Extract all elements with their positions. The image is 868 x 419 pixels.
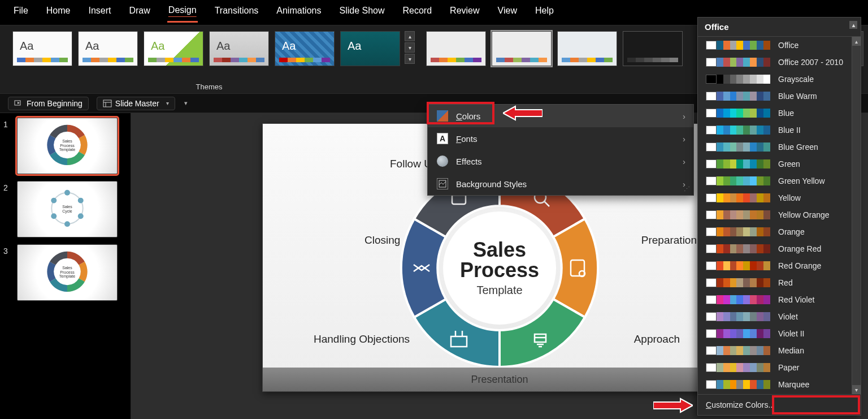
color-palette-swatch <box>706 193 770 202</box>
scroll-up-button[interactable]: ▴ <box>849 21 857 29</box>
fonts-icon: A <box>437 133 448 144</box>
label-preparation: Preparation <box>641 234 697 247</box>
color-scheme-name: Violet II <box>778 329 804 338</box>
color-scheme-row[interactable]: Blue II <box>698 122 861 139</box>
resize-grip-icon: ⋰ <box>684 185 689 193</box>
from-beginning-label: From Beginning <box>27 99 83 108</box>
overflow-icon[interactable]: ▾ <box>184 100 188 107</box>
color-scheme-name: Red <box>778 278 793 287</box>
color-scheme-row[interactable]: Blue <box>698 105 861 122</box>
menu-effects[interactable]: Effects › <box>428 150 693 172</box>
slide-thumbnail-3[interactable]: Sales Process Template <box>17 244 118 301</box>
label-handling: Handling Objections <box>314 333 410 345</box>
label-approach: Approach <box>634 333 680 345</box>
customize-colors-button[interactable]: Customize Colors... <box>698 394 861 415</box>
variant-card[interactable] <box>623 31 683 66</box>
color-scheme-name: Violet <box>778 312 798 321</box>
color-scheme-row[interactable]: Green Yellow <box>698 172 861 189</box>
color-scheme-row[interactable]: Red <box>698 274 861 291</box>
color-scheme-row[interactable]: Median <box>698 342 861 359</box>
slide-master-button[interactable]: Slide Master ▾ <box>97 97 175 110</box>
color-palette-swatch <box>706 380 770 389</box>
theme-card[interactable]: Aa <box>78 31 138 66</box>
thumb-title: Sales Process Template <box>59 139 75 152</box>
theme-card[interactable]: Aa <box>144 31 203 66</box>
tab-review[interactable]: Review <box>449 3 480 21</box>
color-scheme-name: Orange <box>778 227 805 236</box>
color-scheme-row[interactable]: Yellow <box>698 189 861 206</box>
tab-record[interactable]: Record <box>402 3 433 21</box>
center-title-2: Process <box>460 260 539 280</box>
menu-fonts[interactable]: A Fonts › <box>428 127 693 150</box>
color-scheme-row[interactable]: Grayscale <box>698 71 861 88</box>
panel-scrollbar[interactable]: ▴ ▾ <box>852 37 861 394</box>
variant-card[interactable] <box>557 31 617 66</box>
tab-draw[interactable]: Draw <box>128 3 151 21</box>
tab-help[interactable]: Help <box>534 3 555 21</box>
color-palette-swatch <box>706 210 770 219</box>
tab-slideshow[interactable]: Slide Show <box>338 3 385 21</box>
color-scheme-row[interactable]: Orange <box>698 223 861 240</box>
tab-design[interactable]: Design <box>167 3 198 23</box>
thumb-number: 1 <box>3 118 12 129</box>
color-palette-swatch <box>706 295 770 304</box>
variant-card[interactable] <box>426 31 486 66</box>
menu-background-styles[interactable]: Background Styles › <box>428 172 693 195</box>
color-scheme-row[interactable]: Red Orange <box>698 257 861 274</box>
slide-thumbnail-2[interactable]: Sales Cycle <box>17 181 118 237</box>
diagram-center: Sales Process Template <box>443 211 556 325</box>
color-scheme-row[interactable]: Office <box>698 37 861 54</box>
tab-view[interactable]: View <box>497 3 518 21</box>
theme-card[interactable]: Aa <box>340 31 400 66</box>
color-scheme-row[interactable]: Paper <box>698 359 861 376</box>
slide-thumbnail-1[interactable]: Sales Process Template <box>17 118 118 174</box>
color-scheme-row[interactable]: Green <box>698 155 861 172</box>
tab-animations[interactable]: Animations <box>275 3 322 21</box>
variant-card-selected[interactable] <box>492 31 552 66</box>
theme-aa: Aa <box>216 40 230 53</box>
color-scheme-row[interactable]: Orange Red <box>698 240 861 257</box>
color-scheme-row[interactable]: Violet <box>698 308 861 325</box>
color-scheme-row[interactable]: Office 2007 - 2010 <box>698 54 861 71</box>
theme-card[interactable]: Aa <box>275 31 335 66</box>
color-palette-swatch <box>706 92 770 101</box>
themes-scroll-up[interactable]: ▴ <box>405 31 415 41</box>
tab-transitions[interactable]: Transitions <box>214 3 260 21</box>
color-scheme-name: Blue Green <box>778 142 818 152</box>
themes-scroll-down[interactable]: ▾ <box>405 42 415 53</box>
color-scheme-row[interactable]: Yellow Orange <box>698 206 861 223</box>
scroll-down-icon[interactable]: ▾ <box>852 385 861 394</box>
slide-thumbnails-pane: 1 Sales Process Template 2 Sales Cycle 3… <box>0 113 131 419</box>
color-scheme-row[interactable]: Blue Warm <box>698 88 861 105</box>
center-subtitle: Template <box>476 284 522 297</box>
tab-insert[interactable]: Insert <box>87 3 112 21</box>
color-scheme-name: Red Orange <box>778 261 821 270</box>
themes-more[interactable]: ▾ <box>405 54 415 64</box>
tab-home[interactable]: Home <box>45 3 72 21</box>
color-palette-swatch <box>706 109 770 118</box>
color-palette-swatch <box>706 142 770 152</box>
color-palette-swatch <box>706 176 770 185</box>
theme-card[interactable]: Aa <box>12 31 72 66</box>
color-scheme-name: Office <box>778 41 798 50</box>
themes-group: Aa Aa Aa Aa Aa Aa ▴ ▾ ▾ Themes <box>0 25 418 93</box>
menu-colors[interactable]: Colors › <box>428 105 693 127</box>
color-scheme-row[interactable]: Blue Green <box>698 139 861 155</box>
play-icon <box>14 99 23 108</box>
scroll-up-icon[interactable]: ▴ <box>852 37 861 46</box>
color-scheme-row[interactable]: Marquee <box>698 376 861 393</box>
menu-effects-label: Effects <box>456 157 482 166</box>
color-panel-header: Office ▴ <box>698 18 861 37</box>
color-scheme-name: Red Violet <box>778 295 814 304</box>
tab-file[interactable]: File <box>12 3 29 21</box>
effects-icon <box>437 155 448 167</box>
color-palette-swatch <box>706 126 770 135</box>
svg-point-6 <box>64 190 70 196</box>
color-scheme-row[interactable]: Violet II <box>698 325 861 342</box>
color-scheme-row[interactable]: Red Violet <box>698 291 861 308</box>
color-palette-swatch <box>706 278 770 287</box>
theme-card[interactable]: Aa <box>209 31 269 66</box>
color-scheme-name: Median <box>778 346 804 355</box>
color-palette-swatch <box>706 75 770 84</box>
from-beginning-button[interactable]: From Beginning <box>8 97 89 110</box>
